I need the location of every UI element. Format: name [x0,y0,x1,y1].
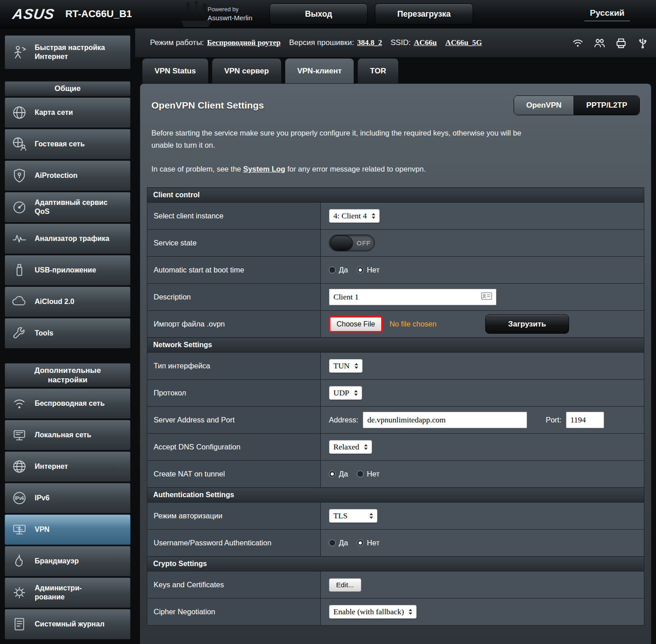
ipv6-icon: IPv6 [8,490,31,506]
sidebar-item-label: Беспроводная сеть [35,399,105,408]
description-value: Client 1 [333,292,359,302]
edit-keys-button[interactable]: Edit... [329,578,361,592]
sidebar-item-label: Tools [35,329,53,338]
firewall-icon [8,553,31,569]
create-nat-no-radio[interactable] [357,471,364,477]
sidebar-item-label: Гостевая сеть [35,140,85,149]
accept-dns-select[interactable]: Relaxed [329,440,372,454]
admin-icon [8,585,31,601]
ssid-5-link[interactable]: AC66u_5G [445,38,482,47]
sidebar-item-vpn[interactable]: VPN [5,514,131,545]
boot-start-no-radio[interactable] [357,267,364,273]
sidebar-item-firewall[interactable]: Брандмауэр [5,546,131,576]
radio-no-label: Нет [367,470,379,478]
ssid-24-link[interactable]: AC66u [414,38,437,47]
system-log-link[interactable]: System Log [243,165,286,173]
sidebar-item-ipv6[interactable]: IPv6 IPv6 [5,483,131,513]
contact-autofill-icon[interactable] [481,292,492,302]
language-selector[interactable]: Русский [584,7,630,21]
firmware-version-link[interactable]: 384.8_2 [357,38,382,47]
tab-vpn-server[interactable]: VPN сервер [212,58,282,83]
tab-tor[interactable]: TOR [357,58,399,83]
interface-type-select[interactable]: TUN [329,359,363,373]
create-nat-yes-radio[interactable] [329,471,336,477]
client-instance-value: 4: Client 4 [333,211,367,221]
auth-mode-select[interactable]: TLS [329,509,378,523]
auth-mode-value: TLS [333,511,347,521]
port-value: 1194 [570,415,586,425]
cipher-negotiation-value: Enable (with fallback) [333,607,404,617]
service-state-toggle[interactable]: OFF [329,235,375,251]
tab-bar: VPN Status VPN сервер VPN-клиент TOR [135,57,656,83]
sidebar-item-quick-setup[interactable]: Быстрая настройка Интернет [5,35,131,69]
sidebar-item-wireless[interactable]: Беспроводная сеть [5,388,131,419]
sidebar-item-network-map[interactable]: Карта сети [5,97,131,128]
sidebar-item-tools[interactable]: Tools [5,318,131,349]
description-input[interactable]: Client 1 [329,289,497,305]
ssid-label: SSID: [391,38,410,47]
usb-app-icon [8,262,31,278]
server-address-input[interactable]: de.vpnunlimitedapp.com [363,412,527,428]
intro-text: Before starting the service make sure yo… [151,127,522,151]
router-image [175,0,218,30]
boot-start-label: Automatic start at boot time [147,257,321,284]
userpass-no-radio[interactable] [357,540,364,546]
select-arrows-icon [369,513,373,519]
tab-vpn-client[interactable]: VPN-клиент [285,58,355,83]
port-input[interactable]: 1194 [566,412,604,428]
radio-yes-label: Да [339,470,348,478]
select-arrows-icon [372,213,375,219]
sidebar-item-qos[interactable]: Адаптивный сервис QoS [5,192,131,222]
sidebar-item-aiprotection[interactable]: AiProtection [5,160,131,191]
sidebar: Быстрая настройка Интернет Общие Карта с… [0,28,135,644]
top-bar: ASUS RT-AC66U_B1 Powered by Asuswrt-Merl… [0,0,656,28]
sidebar-item-wan[interactable]: Интернет [5,451,131,482]
sidebar-item-lan[interactable]: Локальная сеть [5,420,131,450]
cipher-negotiation-label: Cipher Negotiation [147,599,321,626]
sidebar-item-label: Карта сети [35,108,73,117]
tab-vpn-status[interactable]: VPN Status [142,58,209,83]
choose-file-button[interactable]: Choose File [329,316,383,332]
keys-certificates-label: Keys and Certificates [147,571,321,599]
aicloud-icon [8,294,31,310]
boot-start-yes-radio[interactable] [329,267,336,273]
page-title: OpenVPN Client Settings [151,100,264,111]
printer-icon[interactable] [615,37,627,49]
openvpn-toggle-button[interactable]: OpenVPN [514,96,574,115]
traffic-analyzer-icon [8,231,31,247]
sidebar-item-label: Брандмауэр [35,557,79,566]
protocol-select[interactable]: UDP [329,386,362,400]
cipher-negotiation-select[interactable]: Enable (with fallback) [329,605,417,619]
upload-button[interactable]: Загрузить [485,314,569,334]
sidebar-item-label: Анализатор трафика [35,234,109,243]
sidebar-item-traffic-analyzer[interactable]: Анализатор трафика [5,223,131,254]
interface-type-value: TUN [333,361,350,371]
pptp-l2tp-toggle-button[interactable]: PPTP/L2TP [574,96,639,115]
logout-button[interactable]: Выход [269,4,368,25]
clients-icon[interactable] [593,37,606,49]
client-instance-select[interactable]: 4: Client 4 [329,209,380,223]
accept-dns-value: Relaxed [333,442,359,452]
vpn-type-switch: OpenVPN PPTP/L2TP [514,95,640,115]
sidebar-item-aicloud[interactable]: AiCloud 2.0 [5,286,131,317]
network-map-icon [8,104,31,121]
sidebar-item-guest-network[interactable]: Гостевая сеть [5,129,131,159]
sidebar-item-label: USB-приложение [35,266,96,275]
intro-text-2: In case of problem, see the System Log f… [151,163,522,175]
sidebar-item-system-log[interactable]: Системный журнал [5,609,131,639]
select-arrows-icon [354,390,358,396]
userpass-yes-radio[interactable] [329,540,336,546]
wifi-icon[interactable] [572,37,584,49]
reboot-button[interactable]: Перезагрузка [375,4,473,25]
sidebar-item-administration[interactable]: Администри- рование [5,577,131,608]
sidebar-item-label: Адаптивный сервис QoS [35,198,123,216]
sidebar-item-label: Быстрая настройка Интернет [35,43,123,61]
select-arrows-icon [355,363,358,369]
select-arrows-icon [364,444,368,450]
asus-logo: ASUS [11,6,55,23]
sidebar-item-label: AiProtection [35,171,77,180]
sidebar-item-usb-application[interactable]: USB-приложение [5,255,131,286]
operation-mode-link[interactable]: Беспроводной роутер [207,38,281,47]
sidebar-item-label: Системный журнал [35,620,105,629]
usb-icon[interactable] [637,37,649,49]
